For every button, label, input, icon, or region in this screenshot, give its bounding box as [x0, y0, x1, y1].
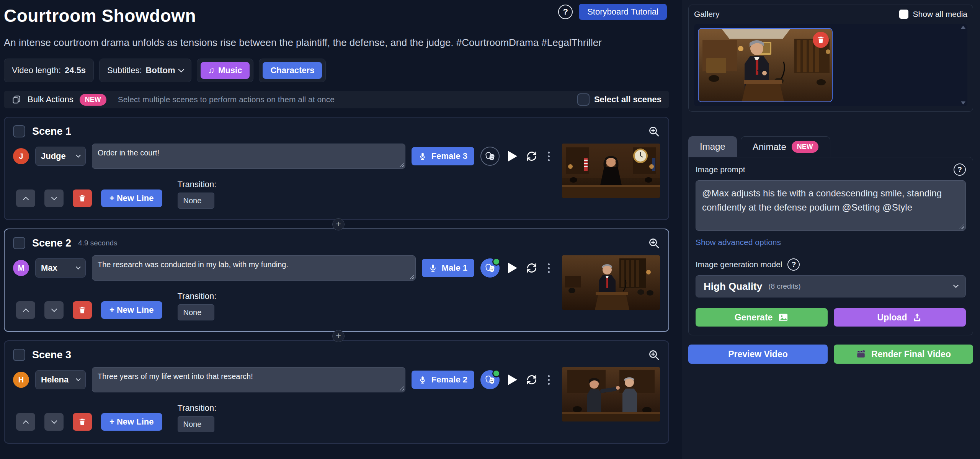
delete-scene-button[interactable] — [73, 301, 92, 319]
character-emotion-button[interactable] — [480, 370, 500, 389]
theater-masks-icon — [485, 151, 495, 162]
dialogue-input[interactable]: The research was conducted in my lab, wi… — [92, 255, 416, 281]
model-select[interactable]: High Quality (8 credits) — [696, 275, 966, 297]
scene-thumbnail[interactable] — [562, 255, 660, 310]
character-emotion-button[interactable] — [480, 147, 500, 166]
play-icon[interactable] — [508, 374, 517, 385]
more-options-icon[interactable] — [544, 261, 554, 275]
regenerate-audio-icon[interactable] — [526, 374, 538, 386]
delete-scene-button[interactable] — [73, 413, 92, 431]
new-line-button[interactable]: + New Line — [101, 301, 162, 319]
music-card: ♫ Music — [197, 59, 254, 82]
storyboard-app: ? Storyboard Tutorial Courtroom Showdown… — [0, 0, 980, 459]
scene-duration: 4.9 seconds — [78, 239, 117, 247]
move-scene-up-button[interactable] — [16, 413, 35, 431]
dialogue-input[interactable]: Three years of my life went into that re… — [92, 367, 405, 392]
microphone-icon — [418, 152, 427, 160]
show-all-media-checkbox[interactable] — [899, 10, 908, 19]
move-scene-down-button[interactable] — [44, 413, 64, 431]
model-credits: (8 credits) — [768, 282, 800, 291]
subtitles-card[interactable]: Subtitles: Bottom — [99, 59, 191, 82]
move-scene-up-button[interactable] — [16, 189, 35, 207]
gallery-title: Gallery — [694, 10, 720, 19]
image-prompt-label: Image prompt — [696, 165, 745, 174]
play-icon[interactable] — [508, 263, 517, 273]
transition-select[interactable]: None — [178, 416, 214, 432]
voice-button[interactable]: Male 1 — [422, 259, 474, 277]
image-editor-card: Image prompt ? @Max adjusts his tie with… — [688, 157, 973, 335]
chevron-up-icon — [23, 196, 29, 203]
preview-video-button[interactable]: Preview Video — [688, 345, 828, 364]
image-prompt-input[interactable]: @Max adjusts his tie with a condescendin… — [696, 180, 966, 231]
new-line-button[interactable]: + New Line — [101, 413, 162, 431]
advanced-options-link[interactable]: Show advanced options — [696, 238, 781, 247]
dialogue-input[interactable]: Order in the court! — [92, 144, 405, 169]
video-length-card: Video length: 24.5s — [4, 59, 94, 82]
scroll-down-icon[interactable] — [961, 101, 965, 105]
bulk-actions-label[interactable]: Bulk Actions — [28, 95, 74, 105]
scene-select-checkbox[interactable] — [13, 237, 25, 249]
gallery-image[interactable] — [698, 28, 833, 102]
more-options-icon[interactable] — [544, 149, 554, 163]
chevron-down-icon — [51, 306, 57, 312]
scene-thumbnail[interactable] — [562, 144, 660, 198]
upload-button[interactable]: Upload — [834, 308, 966, 327]
tab-animate[interactable]: Animate NEW — [741, 136, 830, 157]
scene-select-checkbox[interactable] — [13, 349, 25, 361]
delete-scene-button[interactable] — [73, 189, 92, 207]
character-avatar: J — [13, 148, 29, 164]
zoom-scene-icon[interactable] — [648, 237, 660, 249]
microphone-icon — [429, 264, 437, 272]
voice-button[interactable]: Female 3 — [412, 147, 474, 165]
zoom-scene-icon[interactable] — [648, 125, 660, 137]
add-scene-button[interactable]: + — [332, 330, 345, 342]
character-emotion-button[interactable] — [480, 258, 500, 278]
help-icon[interactable]: ? — [558, 5, 573, 19]
storyboard-tutorial-button[interactable]: Storyboard Tutorial — [579, 4, 667, 20]
generate-button[interactable]: Generate — [696, 308, 828, 327]
move-scene-down-button[interactable] — [44, 301, 64, 319]
more-options-icon[interactable] — [544, 373, 554, 387]
chevron-down-icon — [51, 418, 57, 424]
regenerate-audio-icon[interactable] — [526, 150, 538, 162]
move-scene-up-button[interactable] — [16, 301, 35, 319]
video-actions: Preview Video Render Final Video — [688, 345, 973, 364]
character-select[interactable]: Judge — [35, 147, 86, 166]
scene-card-1: Scene 1 J Judge Order in the court! — [4, 117, 669, 220]
model-help-icon[interactable]: ? — [787, 258, 800, 271]
move-scene-down-button[interactable] — [44, 189, 64, 207]
regenerate-audio-icon[interactable] — [526, 262, 538, 274]
character-select[interactable]: Max — [35, 258, 86, 278]
trash-icon — [78, 418, 87, 426]
zoom-scene-icon[interactable] — [648, 349, 660, 361]
tab-image[interactable]: Image — [688, 136, 737, 157]
voice-button[interactable]: Female 2 — [412, 371, 474, 389]
theater-masks-icon — [485, 375, 495, 385]
scroll-up-icon[interactable] — [961, 26, 965, 29]
transition-control: Transition: None — [178, 291, 217, 320]
scene-thumbnail[interactable] — [562, 367, 660, 421]
render-final-video-button[interactable]: Render Final Video — [834, 345, 973, 364]
new-badge: NEW — [792, 141, 818, 153]
add-scene-button[interactable]: + — [332, 218, 345, 230]
new-line-button[interactable]: + New Line — [101, 189, 162, 207]
gallery-scrollbar[interactable] — [960, 26, 966, 105]
transition-select[interactable]: None — [178, 304, 214, 320]
transition-select[interactable]: None — [178, 193, 214, 209]
character-select[interactable]: Helena — [35, 370, 86, 389]
scene-title: Scene 1 — [32, 126, 71, 137]
music-button[interactable]: ♫ Music — [201, 62, 250, 79]
chevron-down-icon — [76, 265, 81, 270]
scene-select-checkbox[interactable] — [13, 125, 25, 137]
delete-image-button[interactable] — [813, 32, 829, 48]
show-all-media-label: Show all media — [913, 10, 967, 19]
select-all-checkbox[interactable] — [577, 93, 590, 106]
image-icon — [778, 312, 789, 323]
upload-icon — [912, 312, 922, 322]
play-icon[interactable] — [508, 151, 517, 162]
clapperboard-icon — [856, 349, 866, 359]
chevron-up-icon — [23, 420, 29, 426]
transition-label: Transition: — [178, 403, 217, 413]
prompt-help-icon[interactable]: ? — [954, 163, 966, 176]
characters-button[interactable]: Characters — [263, 62, 322, 79]
